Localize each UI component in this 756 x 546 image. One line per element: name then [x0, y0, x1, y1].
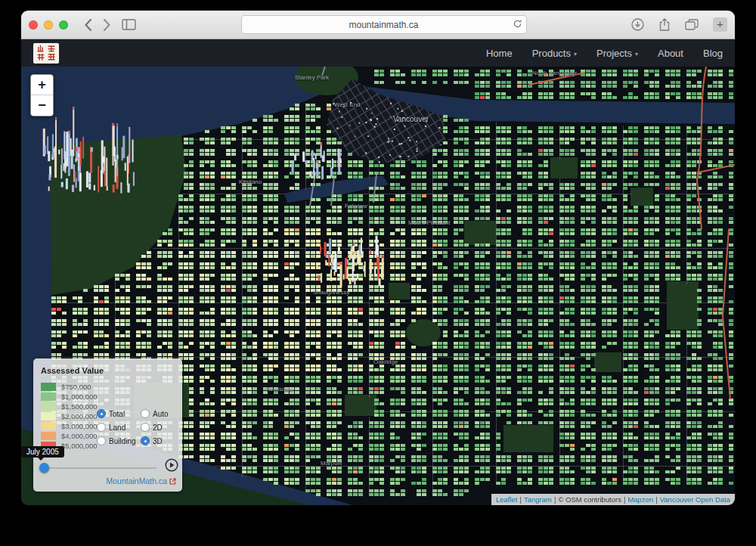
- chevron-right-icon: [103, 18, 111, 32]
- legend-swatch: [41, 383, 56, 391]
- radio-3d[interactable]: 3D: [141, 436, 163, 445]
- download-icon: [631, 18, 644, 31]
- nav-projects[interactable]: Projects▾: [596, 48, 638, 59]
- play-icon: [165, 458, 178, 472]
- legend-panel: Assessed Value $750,000 $1,000,000 $1,50…: [33, 358, 182, 492]
- legend-row: $2,000,000: [41, 411, 98, 420]
- chevron-left-icon: [84, 18, 92, 32]
- attrib-osm: © OSM contributors: [558, 495, 621, 504]
- radio-icon: [141, 436, 150, 445]
- window-close-button[interactable]: [29, 20, 38, 29]
- new-tab-button[interactable]: +: [713, 17, 727, 32]
- window-zoom-button[interactable]: [59, 20, 68, 29]
- url-text: mountainmath.ca: [349, 20, 418, 30]
- reload-icon[interactable]: [513, 19, 522, 31]
- window-minimize-button[interactable]: [44, 20, 53, 29]
- browser-window: mountainmath.ca +: [21, 11, 735, 505]
- zoom-in-button[interactable]: +: [31, 75, 53, 95]
- legend-row: $750,000: [41, 382, 91, 391]
- sidebar-toggle-button[interactable]: [119, 17, 138, 32]
- chevron-down-icon: ▾: [574, 49, 577, 57]
- legend-swatch: [41, 392, 56, 401]
- zoom-control: + −: [30, 74, 54, 116]
- address-bar[interactable]: mountainmath.ca: [241, 15, 527, 34]
- site-header: Home Products▾ Projects▾ About Blog: [21, 39, 735, 67]
- traffic-lights: [29, 20, 68, 29]
- legend-title: Assessed Value: [41, 366, 104, 375]
- time-label: July 2005: [21, 446, 64, 458]
- legend-swatch: [41, 432, 56, 440]
- tabs-icon: [685, 19, 699, 30]
- nav-about[interactable]: About: [658, 48, 683, 59]
- nav-products[interactable]: Products▾: [532, 48, 577, 59]
- radio-auto[interactable]: Auto: [141, 409, 169, 418]
- back-button[interactable]: [82, 17, 94, 33]
- site-nav: Home Products▾ Projects▾ About Blog: [486, 48, 723, 59]
- browser-toolbar: mountainmath.ca +: [21, 11, 735, 39]
- legend-swatch: [41, 402, 56, 411]
- share-button[interactable]: [657, 17, 672, 33]
- radio-icon: [97, 436, 106, 445]
- legend-row: $1,000,000: [41, 392, 98, 401]
- radio-total[interactable]: Total: [97, 409, 125, 418]
- radio-building[interactable]: Building: [97, 436, 136, 445]
- desktop-background: mountainmath.ca +: [0, 0, 756, 546]
- legend-row: $3,000,000: [41, 421, 98, 430]
- radio-2d[interactable]: 2D: [141, 423, 163, 432]
- radio-land[interactable]: Land: [97, 423, 125, 432]
- legend-row: $1,500,000: [41, 402, 98, 411]
- legend-swatch: [41, 412, 56, 420]
- radio-icon: [97, 423, 106, 432]
- attrib-tangram[interactable]: Tangram: [524, 495, 552, 504]
- share-icon: [659, 18, 670, 31]
- radio-icon: [141, 409, 150, 418]
- attrib-vod[interactable]: Vancouver Open Data: [660, 495, 730, 504]
- webpage: Home Products▾ Projects▾ About Blog Nort…: [21, 39, 735, 505]
- tab-overview-button[interactable]: [683, 17, 701, 32]
- mountainmath-link[interactable]: MountainMath.ca: [106, 476, 176, 486]
- sidebar-icon: [122, 19, 136, 30]
- external-link-icon: [169, 478, 176, 485]
- downloads-button[interactable]: [629, 17, 646, 33]
- chevron-down-icon: ▾: [635, 49, 638, 57]
- toolbar-right-buttons: +: [629, 17, 727, 33]
- attrib-leaflet[interactable]: Leaflet: [496, 495, 518, 504]
- play-button[interactable]: [165, 458, 178, 475]
- radio-icon: [97, 409, 106, 418]
- zoom-out-button[interactable]: −: [31, 95, 53, 116]
- nav-home[interactable]: Home: [486, 48, 513, 59]
- nav-blog[interactable]: Blog: [703, 48, 723, 59]
- logo-seal-icon: [35, 44, 57, 62]
- map-attribution: Leaflet|Tangram|© OSM contributors|Mapze…: [491, 494, 735, 505]
- map-container[interactable]: North Vancouver Stanley Park Vancouver W…: [21, 67, 735, 505]
- time-slider-knob[interactable]: [39, 463, 49, 473]
- mountainmath-logo[interactable]: [33, 43, 59, 64]
- legend-row: $4,000,000: [41, 431, 98, 440]
- time-slider-track[interactable]: [42, 467, 156, 469]
- attrib-mapzen[interactable]: Mapzen: [627, 495, 653, 504]
- forward-button[interactable]: [101, 17, 113, 33]
- legend-swatch: [41, 422, 56, 430]
- radio-icon: [141, 423, 150, 432]
